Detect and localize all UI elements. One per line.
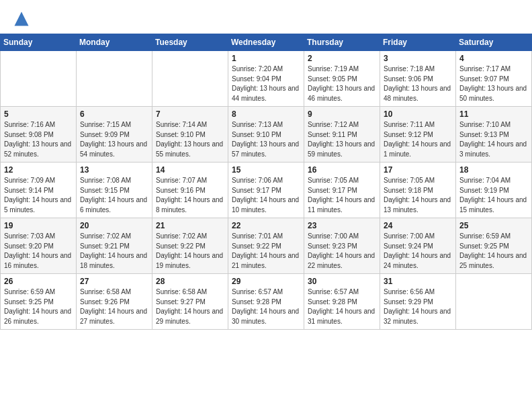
calendar-cell: 30 Sunrise: 6:57 AMSunset: 9:28 PMDaylig… [304, 274, 380, 330]
calendar-cell: 13 Sunrise: 7:08 AMSunset: 9:15 PMDaylig… [77, 163, 152, 218]
day-info: Sunrise: 7:06 AMSunset: 9:17 PMDaylight:… [232, 176, 300, 215]
day-info: Sunrise: 6:58 AMSunset: 9:26 PMDaylight:… [80, 287, 148, 326]
calendar-cell: 20 Sunrise: 7:02 AMSunset: 9:21 PMDaylig… [77, 218, 152, 274]
day-number: 9 [308, 109, 376, 119]
day-number: 30 [308, 277, 376, 286]
day-number: 5 [4, 109, 73, 119]
day-number: 13 [80, 165, 148, 175]
calendar-cell [1, 51, 77, 107]
day-info: Sunrise: 7:10 AMSunset: 9:13 PMDaylight:… [459, 120, 528, 159]
day-number: 6 [80, 109, 148, 119]
calendar-cell: 2 Sunrise: 7:19 AMSunset: 9:05 PMDayligh… [304, 51, 380, 107]
calendar-cell: 31 Sunrise: 6:56 AMSunset: 9:29 PMDaylig… [380, 274, 456, 330]
day-info: Sunrise: 7:18 AMSunset: 9:06 PMDaylight:… [384, 64, 452, 103]
calendar-cell: 3 Sunrise: 7:18 AMSunset: 9:06 PMDayligh… [380, 51, 456, 107]
calendar-cell: 7 Sunrise: 7:14 AMSunset: 9:10 PMDayligh… [152, 107, 228, 163]
calendar-cell: 10 Sunrise: 7:11 AMSunset: 9:12 PMDaylig… [380, 107, 456, 163]
svg-marker-0 [15, 12, 29, 26]
day-info: Sunrise: 6:57 AMSunset: 9:28 PMDaylight:… [308, 287, 376, 326]
day-info: Sunrise: 6:59 AMSunset: 9:25 PMDaylight:… [4, 287, 73, 326]
day-info: Sunrise: 7:17 AMSunset: 9:07 PMDaylight:… [459, 64, 528, 103]
day-number: 12 [4, 165, 73, 175]
day-number: 11 [459, 109, 528, 119]
day-number: 3 [384, 54, 452, 63]
calendar-table: SundayMondayTuesdayWednesdayThursdayFrid… [0, 34, 532, 330]
calendar-cell: 18 Sunrise: 7:04 AMSunset: 9:19 PMDaylig… [456, 163, 532, 218]
day-number: 26 [4, 277, 73, 286]
day-number: 24 [384, 221, 452, 230]
day-number: 31 [384, 277, 452, 286]
calendar-cell: 11 Sunrise: 7:10 AMSunset: 9:13 PMDaylig… [456, 107, 532, 163]
day-number: 1 [232, 54, 300, 63]
day-info: Sunrise: 7:05 AMSunset: 9:18 PMDaylight:… [384, 176, 452, 215]
calendar-cell: 23 Sunrise: 7:00 AMSunset: 9:23 PMDaylig… [304, 218, 380, 274]
page-header [0, 0, 532, 32]
day-info: Sunrise: 7:20 AMSunset: 9:04 PMDaylight:… [232, 64, 300, 103]
column-header-wednesday: Wednesday [228, 34, 304, 51]
calendar-cell: 15 Sunrise: 7:06 AMSunset: 9:17 PMDaylig… [228, 163, 304, 218]
day-number: 25 [459, 221, 528, 230]
calendar-cell: 28 Sunrise: 6:58 AMSunset: 9:27 PMDaylig… [152, 274, 228, 330]
day-number: 22 [232, 221, 300, 230]
calendar-cell: 22 Sunrise: 7:01 AMSunset: 9:22 PMDaylig… [228, 218, 304, 274]
day-number: 2 [308, 54, 376, 63]
day-number: 27 [80, 277, 148, 286]
calendar-cell [456, 274, 532, 330]
day-info: Sunrise: 7:07 AMSunset: 9:16 PMDaylight:… [156, 176, 224, 215]
calendar-cell: 9 Sunrise: 7:12 AMSunset: 9:11 PMDayligh… [304, 107, 380, 163]
day-info: Sunrise: 7:00 AMSunset: 9:23 PMDaylight:… [308, 232, 376, 271]
day-number: 7 [156, 109, 224, 119]
column-header-monday: Monday [77, 34, 152, 51]
day-number: 17 [384, 165, 452, 175]
day-info: Sunrise: 7:01 AMSunset: 9:22 PMDaylight:… [232, 232, 300, 271]
day-number: 4 [459, 54, 528, 63]
column-header-saturday: Saturday [456, 34, 532, 51]
column-header-thursday: Thursday [304, 34, 380, 51]
logo-icon [12, 9, 31, 28]
calendar-cell: 17 Sunrise: 7:05 AMSunset: 9:18 PMDaylig… [380, 163, 456, 218]
calendar-week-row: 12 Sunrise: 7:09 AMSunset: 9:14 PMDaylig… [1, 163, 532, 218]
day-number: 8 [232, 109, 300, 119]
calendar-cell: 5 Sunrise: 7:16 AMSunset: 9:08 PMDayligh… [1, 107, 77, 163]
column-header-tuesday: Tuesday [152, 34, 228, 51]
calendar-header-row: SundayMondayTuesdayWednesdayThursdayFrid… [1, 34, 532, 51]
day-number: 23 [308, 221, 376, 230]
calendar-cell: 26 Sunrise: 6:59 AMSunset: 9:25 PMDaylig… [1, 274, 77, 330]
day-info: Sunrise: 7:05 AMSunset: 9:17 PMDaylight:… [308, 176, 376, 215]
day-info: Sunrise: 7:09 AMSunset: 9:14 PMDaylight:… [4, 176, 73, 215]
calendar-cell: 1 Sunrise: 7:20 AMSunset: 9:04 PMDayligh… [228, 51, 304, 107]
day-number: 14 [156, 165, 224, 175]
calendar-cell: 21 Sunrise: 7:02 AMSunset: 9:22 PMDaylig… [152, 218, 228, 274]
day-info: Sunrise: 7:15 AMSunset: 9:09 PMDaylight:… [80, 120, 148, 159]
day-info: Sunrise: 7:12 AMSunset: 9:11 PMDaylight:… [308, 120, 376, 159]
day-info: Sunrise: 6:57 AMSunset: 9:28 PMDaylight:… [232, 287, 300, 326]
day-info: Sunrise: 7:02 AMSunset: 9:22 PMDaylight:… [156, 232, 224, 271]
calendar-week-row: 1 Sunrise: 7:20 AMSunset: 9:04 PMDayligh… [1, 51, 532, 107]
day-number: 19 [4, 221, 73, 230]
calendar-cell: 25 Sunrise: 6:59 AMSunset: 9:25 PMDaylig… [456, 218, 532, 274]
day-number: 20 [80, 221, 148, 230]
calendar-cell: 12 Sunrise: 7:09 AMSunset: 9:14 PMDaylig… [1, 163, 77, 218]
column-header-sunday: Sunday [1, 34, 77, 51]
calendar-week-row: 26 Sunrise: 6:59 AMSunset: 9:25 PMDaylig… [1, 274, 532, 330]
calendar-cell: 14 Sunrise: 7:07 AMSunset: 9:16 PMDaylig… [152, 163, 228, 218]
calendar-cell [152, 51, 228, 107]
day-info: Sunrise: 6:56 AMSunset: 9:29 PMDaylight:… [384, 287, 452, 326]
calendar-cell: 16 Sunrise: 7:05 AMSunset: 9:17 PMDaylig… [304, 163, 380, 218]
calendar-cell: 27 Sunrise: 6:58 AMSunset: 9:26 PMDaylig… [77, 274, 152, 330]
day-number: 21 [156, 221, 224, 230]
day-number: 10 [384, 109, 452, 119]
day-info: Sunrise: 7:00 AMSunset: 9:24 PMDaylight:… [384, 232, 452, 271]
calendar-week-row: 19 Sunrise: 7:03 AMSunset: 9:20 PMDaylig… [1, 218, 532, 274]
logo [12, 9, 34, 28]
calendar-week-row: 5 Sunrise: 7:16 AMSunset: 9:08 PMDayligh… [1, 107, 532, 163]
day-info: Sunrise: 7:11 AMSunset: 9:12 PMDaylight:… [384, 120, 452, 159]
day-info: Sunrise: 6:58 AMSunset: 9:27 PMDaylight:… [156, 287, 224, 326]
calendar-cell: 24 Sunrise: 7:00 AMSunset: 9:24 PMDaylig… [380, 218, 456, 274]
day-info: Sunrise: 7:19 AMSunset: 9:05 PMDaylight:… [308, 64, 376, 103]
column-header-friday: Friday [380, 34, 456, 51]
day-info: Sunrise: 7:14 AMSunset: 9:10 PMDaylight:… [156, 120, 224, 159]
day-info: Sunrise: 7:04 AMSunset: 9:19 PMDaylight:… [459, 176, 528, 215]
day-number: 16 [308, 165, 376, 175]
day-info: Sunrise: 7:08 AMSunset: 9:15 PMDaylight:… [80, 176, 148, 215]
